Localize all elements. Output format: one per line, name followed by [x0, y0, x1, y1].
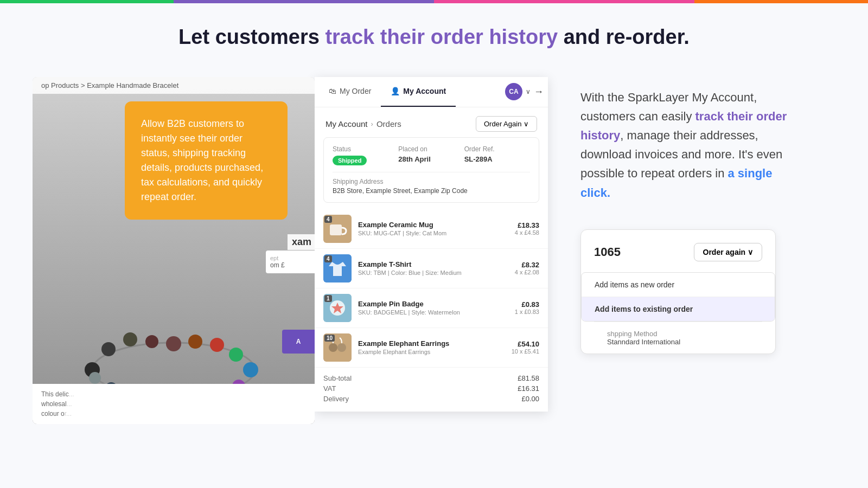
- bag-icon: 🛍: [329, 87, 336, 95]
- order-again-dropdown: Add items as new order Add items to exis…: [581, 272, 775, 322]
- breadcrumb-my-account[interactable]: My Account: [326, 119, 368, 129]
- right-description: With the SparkLayer My Account, customer…: [580, 88, 797, 202]
- left-column: op Products > Example Handmade Bracelet …: [33, 77, 315, 424]
- order-again-card: 1065 Order again ∨ Add items as new orde…: [580, 229, 776, 354]
- order-card: Status Shipped Placed on 28th April Orde…: [323, 137, 539, 203]
- shipping-value-prefix: Stan: [607, 338, 622, 346]
- svg-point-24: [329, 343, 337, 352]
- thumb-count: 4: [324, 216, 332, 223]
- my-account-label: My Account: [403, 87, 446, 95]
- product-info-earrings: Example Elephant Earrings Example Elepha…: [358, 339, 505, 355]
- my-order-label: My Order: [340, 87, 371, 95]
- thumb-count: 10: [324, 335, 335, 342]
- avatar-chevron-icon[interactable]: ∨: [526, 88, 531, 95]
- breadcrumb-bar: op Products > Example Handmade Bracelet: [33, 77, 315, 94]
- product-sku-earrings: Example Elephant Earrings: [358, 349, 505, 355]
- subtotal-label: Sub-total: [323, 374, 352, 382]
- partial-xam-text: xam: [288, 234, 315, 250]
- shipping-addr: B2B Store, Example Street, Example Zip C…: [333, 187, 530, 195]
- nav-arrow-icon[interactable]: →: [534, 86, 544, 98]
- product-info-tshirt: Example T-Shirt SKU: TBM | Color: Blue |…: [358, 260, 508, 276]
- breadcrumb-text: op Products > Example Handmade Bracelet: [41, 81, 178, 89]
- tooltip-box: Allow B2B customers to instantly see the…: [125, 101, 288, 220]
- product-name-badge: Example Pin Badge: [358, 300, 508, 308]
- totals-section: Sub-total £81.58 VAT £16.31 Delivery £0.…: [315, 368, 548, 412]
- product-total-badge: £0.83: [515, 300, 539, 309]
- svg-point-6: [188, 335, 202, 349]
- product-price-mug: £18.33 4 x £4.58: [515, 221, 539, 236]
- svg-point-25: [337, 343, 346, 352]
- order-again-header: 1065 Order again ∨: [594, 243, 762, 261]
- list-item: 4 Example T-Shirt SKU: TBM | Color: Blue…: [315, 249, 548, 288]
- page-wrapper: Let customers track their order history …: [0, 3, 868, 446]
- product-thumb-badge: 1: [323, 294, 352, 322]
- product-thumb-mug: 4: [323, 215, 352, 243]
- account-panel: 🛍 My Order 👤 My Account CA ∨ → My Accou: [315, 77, 548, 412]
- partial-price-overlay: ept om £: [266, 251, 315, 273]
- product-thumb-tshirt: 4: [323, 254, 352, 282]
- vat-value: £16.31: [518, 384, 539, 393]
- dropdown-item-new-order[interactable]: Add items as new order: [582, 273, 775, 297]
- bar-pink: [434, 0, 694, 3]
- status-col: Status Shipped: [333, 145, 398, 165]
- tooltip-text: Allow B2B customers to instantly see the…: [141, 118, 263, 202]
- delivery-label: Delivery: [323, 395, 349, 403]
- product-price-earrings: £54.10 10 x £5.41: [512, 340, 539, 355]
- shipping-value-text: ndard International: [622, 338, 680, 346]
- order-again-trigger-button[interactable]: Order again ∨: [694, 243, 762, 261]
- partial-text3: colour or...: [41, 410, 306, 418]
- vat-row: VAT £16.31: [323, 384, 539, 393]
- main-layout: op Products > Example Handmade Bracelet …: [33, 77, 835, 424]
- partial-accept-text: ept: [270, 255, 310, 261]
- headline-highlight: track their order history: [325, 25, 558, 48]
- order-again-button[interactable]: Order Again ∨: [476, 116, 537, 132]
- partial-text1: This delic...: [41, 390, 306, 398]
- list-item: 10 Example Elephant Earrings Example Ele…: [315, 328, 548, 368]
- svg-point-4: [145, 335, 158, 348]
- product-unit-tshirt: 4 x £2.08: [515, 269, 539, 275]
- right-column: With the SparkLayer My Account, customer…: [548, 77, 835, 365]
- delivery-row: Delivery £0.00: [323, 395, 539, 403]
- status-label: Status: [333, 145, 398, 153]
- product-thumb-earrings: 10: [323, 333, 352, 362]
- avatar[interactable]: CA: [505, 83, 522, 100]
- product-sku-tshirt: SKU: TBM | Color: Blue | Size: Medium: [358, 269, 508, 276]
- partial-add-btn[interactable]: A: [282, 330, 315, 354]
- product-unit-earrings: 10 x £5.41: [512, 348, 539, 355]
- svg-point-9: [243, 362, 258, 377]
- svg-point-7: [210, 338, 224, 352]
- product-unit-mug: 4 x £4.58: [515, 229, 539, 236]
- product-list: 4 Example Ceramic Mug SKU: MUG-CAT | Sty…: [315, 209, 548, 368]
- shipping-method-partial-label: shpping Method: [607, 330, 749, 338]
- ref-col: Order Ref. SL-289A: [464, 145, 530, 165]
- dropdown-item-existing-order[interactable]: Add items to existing order: [582, 297, 775, 321]
- shipping-label-text: pping Method: [615, 330, 658, 338]
- tab-my-order[interactable]: 🛍 My Order: [319, 77, 381, 107]
- shipping-section: Shipping Address B2B Store, Example Stre…: [333, 172, 530, 195]
- bar-green: [0, 0, 174, 3]
- tab-my-account[interactable]: 👤 My Account: [381, 77, 456, 107]
- order-meta: Status Shipped Placed on 28th April Orde…: [333, 145, 530, 165]
- list-item: 4 Example Ceramic Mug SKU: MUG-CAT | Sty…: [315, 209, 548, 249]
- product-total-earrings: £54.10: [512, 340, 539, 348]
- headline-part1: Let customers: [178, 25, 325, 48]
- subtotal-row: Sub-total £81.58: [323, 374, 539, 382]
- svg-point-3: [123, 332, 137, 346]
- existing-order-label: Add items to existing order: [595, 305, 693, 313]
- product-price-badge: £0.83 1 x £0.83: [515, 300, 539, 315]
- placed-on-value: 28th April: [398, 155, 464, 163]
- thumb-count: 1: [324, 295, 332, 302]
- subtotal-value: £81.58: [518, 374, 539, 382]
- product-name-tshirt: Example T-Shirt: [358, 260, 508, 268]
- delivery-value: £0.00: [521, 395, 539, 403]
- partial-bottom-ui: This delic... wholesal... colour or...: [33, 384, 315, 424]
- placed-on-label: Placed on: [398, 145, 464, 153]
- ref-label: Order Ref.: [464, 145, 530, 153]
- user-icon: 👤: [391, 87, 400, 95]
- vat-label: VAT: [323, 384, 336, 393]
- thumb-count: 4: [324, 255, 332, 262]
- nav-avatar-area: CA ∨ →: [505, 83, 544, 100]
- list-item: 1 Example Pin Badge SKU: BADGEMEL | Styl…: [315, 288, 548, 328]
- bar-orange: [694, 0, 868, 3]
- order-again-trigger-label: Order again ∨: [703, 248, 753, 256]
